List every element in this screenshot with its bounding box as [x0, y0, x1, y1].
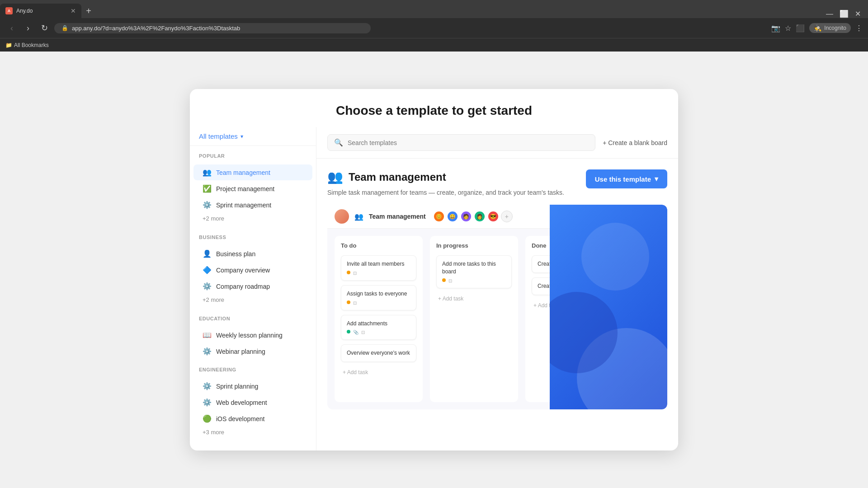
- forward-button[interactable]: ›: [22, 22, 34, 34]
- task-card: Overview everyone's work: [341, 344, 416, 362]
- webinar-icon: ⚙️: [203, 347, 212, 356]
- sidebar-item-label: Webinar planning: [216, 348, 265, 355]
- tab-favicon: A: [5, 7, 13, 14]
- subtask-icon: ⊡: [448, 278, 452, 283]
- chevron-down-icon: ▾: [241, 133, 243, 140]
- template-description: Simple task management for teams — creat…: [327, 188, 564, 197]
- avatar-image: [335, 209, 349, 224]
- ios-icon: 🟢: [203, 414, 212, 423]
- bookmarks-label: All Bookmarks: [14, 42, 49, 48]
- maximize-button[interactable]: ⬜: [840, 9, 849, 18]
- bookmark-icon[interactable]: ☆: [785, 24, 791, 33]
- modal-body: All templates ▾ POPULAR 👥 Team managemen…: [190, 127, 678, 450]
- add-member-button[interactable]: +: [501, 211, 513, 222]
- close-browser-button[interactable]: ✕: [855, 9, 861, 18]
- minimize-button[interactable]: —: [826, 10, 833, 18]
- sidebar-item-company-roadmap[interactable]: ⚙️ Company roadmap: [193, 278, 312, 294]
- board-name: Team management: [369, 213, 426, 220]
- sidebar-item-label: Weekly lesson planning: [216, 332, 283, 339]
- template-title-area: 👥 Team management Simple task management…: [327, 169, 564, 197]
- url-bar[interactable]: 🔒 app.any.do/?d=anydo%3A%2F%2Fanydo%3Fac…: [54, 23, 371, 33]
- task-indicators: ⊡: [442, 278, 506, 283]
- template-name: 👥 Team management: [327, 169, 564, 184]
- new-tab-button[interactable]: +: [81, 4, 96, 18]
- refresh-button[interactable]: ↻: [38, 22, 51, 34]
- sidebar-item-label: Sprint planning: [216, 383, 258, 390]
- camera-off-icon[interactable]: 📷: [771, 24, 780, 33]
- tab-close-icon[interactable]: ✕: [71, 7, 76, 14]
- browser-chrome: A Any.do ✕ + — ⬜ ✕ ‹ › ↻ 🔒 app.any.do/?d…: [0, 0, 868, 52]
- board-avatar: [335, 209, 349, 224]
- overview-icon: 🔷: [203, 266, 212, 274]
- sidebar-item-weekly-lesson[interactable]: 📖 Weekly lesson planning: [193, 327, 312, 343]
- business-more-link[interactable]: +2 more: [193, 295, 316, 309]
- task-card: Add attachments 📎 ⊡: [341, 315, 416, 340]
- menu-icon[interactable]: ⋮: [855, 24, 863, 33]
- add-task-button[interactable]: + Add task: [341, 366, 416, 378]
- sidebar-section-business: BUSINESS: [190, 227, 316, 245]
- browser-tab[interactable]: A Any.do ✕: [0, 4, 81, 18]
- template-content: 🔍 + Create a blank board 👥 Team manageme…: [316, 127, 678, 450]
- browser-nav: ‹ › ↻ 🔒 app.any.do/?d=anydo%3A%2F%2Fanyd…: [0, 18, 868, 38]
- task-card: Add more tasks to this board ⊡: [436, 255, 512, 288]
- back-button[interactable]: ‹: [5, 22, 18, 34]
- sidebar-item-project-management[interactable]: ✅ Project management: [193, 181, 312, 197]
- template-emoji: 👥: [327, 169, 343, 184]
- sidebar-section-popular: POPULAR: [190, 146, 316, 164]
- task-card: Assign tasks to everyone ⊡: [341, 285, 416, 310]
- add-task-label: + Add task: [343, 369, 368, 375]
- template-header: 👥 Team management Simple task management…: [316, 159, 678, 205]
- attachment-icon: 📎: [353, 330, 359, 335]
- browser-tabs: A Any.do ✕ + — ⬜ ✕: [0, 0, 868, 18]
- all-templates-button[interactable]: All templates ▾: [190, 127, 316, 146]
- sprint-planning-icon: ⚙️: [203, 382, 212, 390]
- task-title: Invite all team members: [347, 260, 410, 268]
- use-template-label: Use this template: [595, 175, 651, 183]
- col-title-todo: To do: [341, 242, 416, 249]
- task-indicators: ⊡: [347, 300, 410, 305]
- sidebar-item-label: iOS development: [216, 415, 264, 422]
- sidebar-item-business-plan[interactable]: 👤 Business plan: [193, 246, 312, 262]
- bookmarks-bar: 📁 All Bookmarks: [0, 38, 868, 52]
- sidebar-item-label: Company roadmap: [216, 283, 270, 290]
- member-avatar-3: 🧑: [460, 211, 472, 222]
- sidebar-section-engineering: ENGINEERING: [190, 360, 316, 378]
- task-indicators: ⊡: [347, 271, 410, 276]
- sidebar-item-sprint-planning[interactable]: ⚙️ Sprint planning: [193, 378, 312, 394]
- section-label-business: BUSINESS: [199, 235, 307, 240]
- engineering-more-link[interactable]: +3 more: [193, 427, 316, 441]
- add-task-label: + Add task: [438, 296, 463, 302]
- search-input[interactable]: [348, 139, 589, 146]
- url-text: app.any.do/?d=anydo%3A%2F%2Fanydo%3Facti…: [72, 25, 240, 32]
- add-task-button[interactable]: + Add task: [436, 293, 512, 305]
- col-title-inprogress: In progress: [436, 242, 512, 249]
- sidebar-item-company-overview[interactable]: 🔷 Company overview: [193, 262, 312, 278]
- sidebar-item-webinar-planning[interactable]: ⚙️ Webinar planning: [193, 343, 312, 359]
- sprint-icon: ⚙️: [203, 201, 212, 209]
- nav-right-controls: 📷 ☆ ⬛ 🕵️ Incognito ⋮: [771, 23, 863, 33]
- sidebar-item-label: Business plan: [216, 250, 255, 258]
- incognito-profile[interactable]: 🕵️ Incognito: [809, 23, 851, 33]
- search-bar[interactable]: 🔍: [327, 134, 595, 151]
- search-icon: 🔍: [334, 138, 343, 147]
- member-avatar-5: 😎: [487, 211, 499, 222]
- modal-title: Choose a template to get started: [190, 89, 678, 127]
- extensions-icon[interactable]: ⬛: [796, 24, 805, 33]
- dropdown-arrow-icon: ▾: [655, 175, 658, 183]
- create-blank-button[interactable]: + Create a blank board: [603, 139, 667, 146]
- sidebar-item-team-management[interactable]: 👥 Team management: [193, 164, 312, 180]
- use-template-button[interactable]: Use this template ▾: [586, 169, 667, 188]
- sidebar-item-label: Sprint management: [216, 202, 271, 209]
- sidebar-item-sprint-management[interactable]: ⚙️ Sprint management: [193, 197, 312, 213]
- member-avatar-4: 👩: [474, 211, 486, 222]
- sidebar-item-ios-development[interactable]: 🟢 iOS development: [193, 411, 312, 427]
- task-title: Overview everyone's work: [347, 349, 410, 357]
- board-preview: 👥 Team management 😊 😀 🧑 👩 😎 +: [327, 205, 667, 409]
- sidebar-item-web-development[interactable]: ⚙️ Web development: [193, 394, 312, 410]
- popular-more-link[interactable]: +2 more: [193, 213, 316, 227]
- tab-title: Any.do: [16, 8, 67, 14]
- checkbox-icon: ✅: [203, 184, 212, 193]
- content-header: 🔍 + Create a blank board: [316, 127, 678, 159]
- sidebar-item-label: Team management: [216, 169, 270, 176]
- task-title: Assign tasks to everyone: [347, 290, 410, 298]
